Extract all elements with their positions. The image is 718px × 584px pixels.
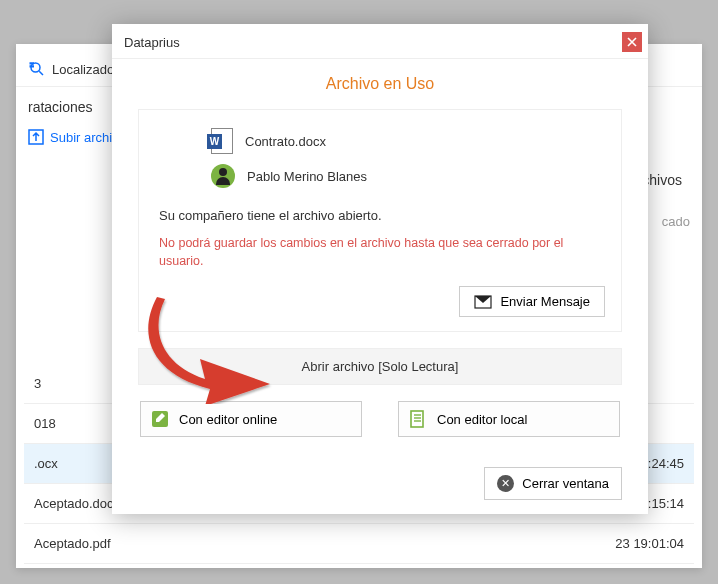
edit-local-icon (409, 410, 427, 428)
modal-title: Archivo en Uso (112, 59, 648, 103)
svg-rect-7 (411, 411, 423, 427)
svg-line-1 (39, 71, 43, 75)
info-panel: Contrato.docx Pablo Merino Blanes Su com… (138, 109, 622, 332)
user-icon (211, 164, 235, 188)
send-message-button[interactable]: Enviar Mensaje (459, 286, 605, 317)
file-row: Contrato.docx (155, 124, 605, 160)
upload-icon (28, 129, 44, 145)
svg-rect-2 (30, 63, 33, 64)
envelope-icon (474, 295, 492, 309)
bg-cado: cado (662, 214, 690, 229)
word-doc-icon (211, 128, 233, 154)
send-message-label: Enviar Mensaje (500, 294, 590, 309)
close-window-label: Cerrar ventana (522, 476, 609, 491)
modal-footer: ✕ Cerrar ventana (112, 451, 648, 514)
locator-label: Localizador (52, 62, 119, 77)
editor-online-button[interactable]: Con editor online (140, 401, 362, 437)
close-window-button[interactable]: ✕ Cerrar ventana (484, 467, 622, 500)
user-name: Pablo Merino Blanes (247, 169, 367, 184)
warning-text: No podrá guardar los cambios en el archi… (155, 229, 605, 282)
info-text: Su compañero tiene el archivo abierto. (155, 194, 605, 229)
modal-dialog: Dataprius Archivo en Uso Contrato.docx P… (112, 24, 648, 514)
file-name: Contrato.docx (245, 134, 326, 149)
x-circle-icon: ✕ (497, 475, 514, 492)
app-name: Dataprius (124, 35, 180, 50)
modal-body: Contrato.docx Pablo Merino Blanes Su com… (112, 103, 648, 451)
table-row[interactable]: Aceptado.pdf 23 19:01:04 (24, 524, 694, 564)
edit-online-icon (151, 410, 169, 428)
svg-rect-3 (30, 66, 33, 67)
modal-titlebar: Dataprius (112, 24, 648, 59)
user-row: Pablo Merino Blanes (155, 160, 605, 194)
editor-online-label: Con editor online (179, 412, 277, 427)
editor-buttons: Con editor online Con editor local (138, 401, 622, 437)
locator-icon (28, 60, 46, 78)
readonly-banner: Abrir archivo [Solo Lectura] (138, 348, 622, 385)
close-button[interactable] (622, 32, 642, 52)
editor-local-label: Con editor local (437, 412, 527, 427)
editor-local-button[interactable]: Con editor local (398, 401, 620, 437)
close-icon (627, 37, 637, 47)
